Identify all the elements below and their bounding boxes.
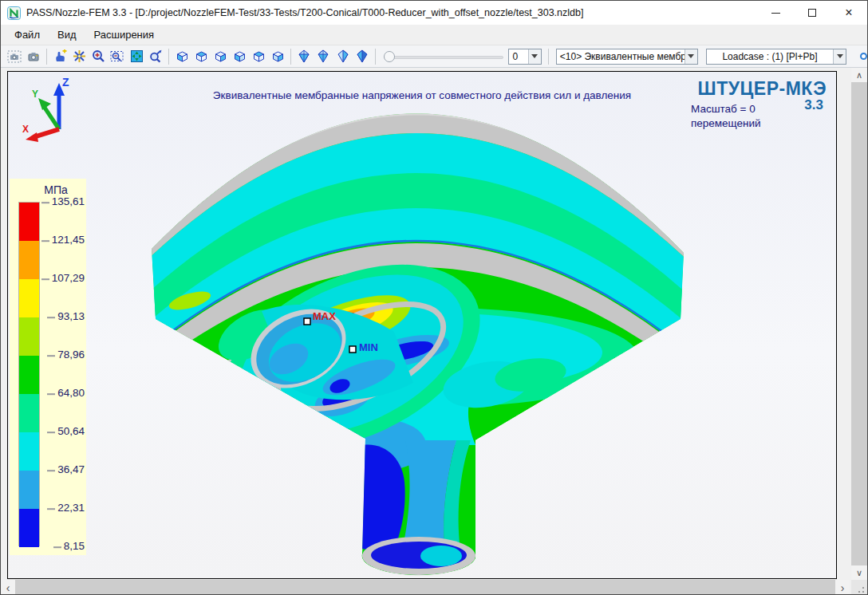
vertical-scrollbar[interactable]: ∧ ∨: [851, 68, 867, 580]
toolbar-separator: [375, 49, 376, 65]
loadcase-combo[interactable]: Loadcase : (1) [Pl+Pb]: [706, 49, 846, 65]
loadcase-dropdown-button[interactable]: [833, 49, 846, 64]
model-viewport[interactable]: Эквивалентные мембранные напряжения от с…: [7, 71, 837, 579]
capture-view-button[interactable]: [5, 47, 24, 66]
camera-icon: [26, 50, 41, 63]
cube-back-icon: [194, 50, 208, 63]
chevron-right-icon: ›: [841, 581, 845, 594]
iso-diamond-icon: [317, 49, 329, 63]
zoom-in-button[interactable]: [89, 47, 108, 66]
legend-value: 64,80: [57, 387, 85, 399]
scroll-up-button[interactable]: ∧: [851, 68, 867, 82]
menu-bar: Файл Вид Расширения: [1, 25, 867, 45]
status-dot-icon: [860, 53, 867, 60]
resize-grip[interactable]: [851, 580, 867, 595]
pan-hand-button[interactable]: [50, 47, 69, 66]
legend-value: 121,45: [52, 234, 85, 246]
legend-band: [19, 356, 39, 394]
minimize-button[interactable]: [757, 1, 794, 25]
toolbar-separator: [168, 49, 169, 65]
scale-value: 0: [509, 51, 528, 62]
zoom-window-button[interactable]: [108, 47, 127, 66]
slider-track: [384, 56, 503, 59]
view-cube-back-button[interactable]: [191, 47, 211, 66]
view-cube-right-button[interactable]: [230, 47, 249, 66]
zoom-extents-button[interactable]: [69, 47, 89, 66]
iso-diamond-icon: [356, 49, 369, 63]
menu-file[interactable]: Файл: [6, 26, 49, 43]
fit-view-button[interactable]: [127, 47, 146, 66]
scale-value-combo[interactable]: 0: [508, 49, 542, 65]
zoom-dynamic-icon: [149, 49, 163, 63]
result-type-combo[interactable]: <10> Эквивалентные мембра: [556, 49, 698, 65]
capture-image-button[interactable]: [24, 47, 43, 66]
legend-band: [19, 203, 39, 241]
scroll-right-button[interactable]: ›: [835, 580, 850, 595]
result-type-dropdown-button[interactable]: [685, 49, 697, 64]
title-bar: PASS/Nozzle-FEM 3.3 - [D:/project/Nozzle…: [1, 1, 867, 25]
menu-view[interactable]: Вид: [49, 26, 85, 43]
legend-band: [19, 317, 39, 356]
pipe-bottom-rim: [362, 537, 475, 575]
legend-band: [19, 471, 39, 509]
cube-right-icon: [232, 50, 247, 63]
view-iso-1-button[interactable]: [294, 47, 314, 66]
toolbar-separator: [290, 49, 291, 65]
camera-dashed-icon: [7, 50, 22, 63]
cube-left-icon: [213, 50, 227, 63]
deformation-scale-slider[interactable]: [384, 49, 503, 65]
view-iso-4-button[interactable]: [353, 47, 372, 66]
horizontal-scrollbar[interactable]: ‹ ›: [1, 580, 850, 595]
view-cube-top-button[interactable]: [249, 47, 268, 66]
legend-bar: [18, 202, 40, 546]
legend-band: [19, 394, 39, 432]
menu-extensions[interactable]: Расширения: [85, 26, 164, 43]
maximize-icon: [808, 9, 816, 17]
fem-model[interactable]: MAX MIN: [8, 72, 836, 578]
legend-value: 107,29: [52, 272, 85, 284]
legend-band: [19, 509, 39, 547]
view-cube-left-button[interactable]: [211, 47, 230, 66]
app-window: PASS/Nozzle-FEM 3.3 - [D:/project/Nozzle…: [0, 0, 868, 595]
close-button[interactable]: ×: [831, 1, 867, 25]
scroll-left-button[interactable]: ‹: [1, 580, 15, 595]
legend-value: 93,13: [57, 310, 85, 322]
maximize-button[interactable]: [794, 1, 831, 25]
legend-band: [19, 241, 39, 279]
legend-value: 36,47: [57, 463, 85, 475]
legend-value: 135,61: [52, 195, 85, 207]
toolbar-separator: [548, 49, 549, 65]
legend-value: 78,96: [57, 349, 85, 361]
iso-diamond-icon: [337, 49, 349, 63]
legend-band: [19, 279, 39, 317]
legend-unit: МПа: [38, 183, 73, 196]
view-cube-front-button[interactable]: [172, 47, 191, 66]
loadcase-value: Loadcase : (1) [Pl+Pb]: [707, 51, 833, 62]
scroll-down-button[interactable]: ∨: [851, 565, 867, 580]
app-logo-icon: [7, 6, 21, 20]
cube-top-icon: [251, 50, 266, 63]
legend-value: 50,64: [57, 425, 85, 437]
view-cube-bottom-button[interactable]: [268, 47, 287, 66]
legend: МПа 135,61121,45107,2993,1378,9664,8050,…: [10, 179, 86, 555]
zoom-extents-icon: [73, 49, 86, 63]
workspace: Эквивалентные мембранные напряжения от с…: [1, 68, 867, 595]
chevron-down-icon: ∨: [856, 568, 862, 578]
min-label: MIN: [359, 341, 378, 353]
view-iso-2-button[interactable]: [314, 47, 333, 66]
result-type-value: <10> Эквивалентные мембра: [557, 51, 685, 62]
window-title: PASS/Nozzle-FEM 3.3 - [D:/project/Nozzle…: [26, 7, 757, 18]
chevron-down-icon: [688, 54, 694, 58]
scale-dropdown-button[interactable]: [528, 49, 541, 64]
slider-handle[interactable]: [384, 51, 395, 62]
cube-front-icon: [175, 50, 189, 63]
zoom-window-icon: [110, 50, 124, 63]
zoom-dynamic-button[interactable]: [146, 47, 165, 66]
chevron-left-icon: ‹: [6, 581, 10, 594]
hand-pan-icon: [53, 49, 67, 63]
legend-band: [19, 432, 39, 471]
toolbar-separator: [46, 49, 47, 65]
view-iso-3-button[interactable]: [333, 47, 353, 66]
chevron-down-icon: [837, 54, 843, 58]
close-icon: ×: [845, 6, 852, 19]
